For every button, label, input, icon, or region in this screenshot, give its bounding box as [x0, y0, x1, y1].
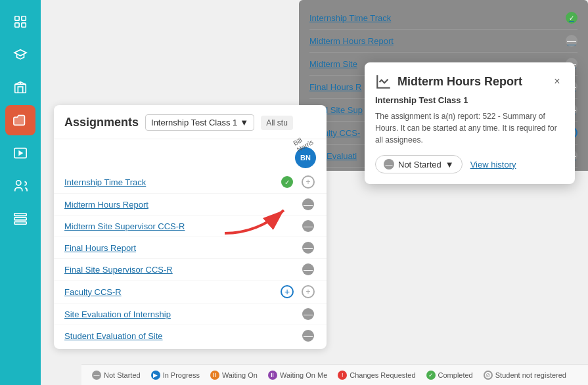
assignment-name[interactable]: Midterm Site Supervisor CCS-R	[64, 221, 295, 231]
avatar-initials: BN	[300, 154, 311, 162]
not-registered-legend-icon: ⊘	[484, 371, 493, 380]
not-started-icon: —	[302, 263, 314, 275]
status-waiting-on: ⏸ Waiting On	[210, 371, 258, 380]
sidebar-item-courses[interactable]	[5, 204, 35, 234]
bg-list-item[interactable]: Internship Time Track ✓	[309, 7, 577, 30]
waiting-on-legend-icon: ⏸	[210, 371, 219, 380]
assignment-name[interactable]: Student Evaluation of Site	[64, 331, 295, 341]
waiting-on-me-legend-label: Waiting On Me	[280, 371, 327, 379]
changes-requested-legend-icon: !	[338, 371, 347, 380]
add-assignee-icon[interactable]: +	[302, 285, 315, 298]
not-started-status-icon: —	[384, 159, 394, 170]
waiting-on-legend-label: Waiting On	[222, 371, 258, 379]
status-changes-requested: ! Changes Requested	[338, 371, 415, 380]
completed-legend-label: Completed	[438, 371, 473, 379]
class-selector-chevron: ▼	[240, 118, 248, 127]
popup-title: Midterm Hours Report	[397, 75, 522, 89]
sidebar	[0, 0, 41, 385]
changes-requested-legend-label: Changes Requested	[350, 371, 415, 379]
status-completed: ✓ Completed	[426, 371, 473, 380]
class-selector[interactable]: Internship Test Class 1 ▼	[145, 114, 254, 131]
status-waiting-on-me: ⏸ Waiting On Me	[268, 371, 327, 380]
popup-close-button[interactable]: ×	[550, 74, 564, 89]
view-history-button[interactable]: View history	[470, 160, 516, 170]
waiting-on-me-legend-icon: ⏸	[268, 371, 277, 380]
not-started-icon: —	[302, 220, 314, 232]
filter-pill[interactable]: All stu	[261, 116, 293, 130]
sidebar-item-media[interactable]	[5, 138, 35, 168]
table-row: Midterm Hours Report —	[54, 194, 327, 215]
svg-rect-7	[14, 214, 26, 216]
not-started-icon: —	[566, 35, 577, 47]
table-row: Final Hours Report —	[54, 237, 327, 259]
bg-item-name: Internship Time Track	[309, 13, 391, 23]
svg-rect-1	[22, 16, 26, 20]
assignments-panel: Assignments Internship Test Class 1 ▼ Al…	[54, 105, 327, 349]
icon-cell: —	[300, 198, 316, 210]
assignment-name[interactable]: Internship Time Track	[64, 177, 274, 187]
not-started-icon: —	[302, 330, 314, 342]
status-not-registered: ⊘ Student not registered	[484, 371, 566, 380]
popup-body: The assignment is a(n) report: 522 - Sum…	[375, 110, 564, 146]
icon-cell: —	[300, 263, 316, 275]
popup-header: Midterm Hours Report ×	[375, 73, 564, 90]
assignment-name[interactable]: Final Site Supervisor CCS-R	[64, 265, 295, 275]
view-history-label: View history	[470, 160, 516, 170]
not-started-icon: —	[302, 242, 314, 254]
popup-modal: Midterm Hours Report × Internship Test C…	[365, 62, 575, 184]
class-selector-label: Internship Test Class 1	[151, 118, 237, 127]
completed-icon: ✓	[281, 176, 293, 188]
bg-item-name: Midterm Site	[309, 59, 357, 69]
not-started-legend-label: Not Started	[104, 371, 141, 379]
popup-actions: — Not Started ▼ View history	[375, 155, 564, 173]
svg-rect-2	[15, 23, 19, 27]
sidebar-item-building[interactable]	[5, 72, 35, 102]
status-bar: — Not Started ▶ In Progress ⏸ Waiting On…	[81, 364, 588, 385]
in-progress-legend-icon: ▶	[151, 371, 160, 380]
column-headers: BillNorris BN	[54, 139, 327, 168]
popup-title-row: Midterm Hours Report	[375, 73, 522, 90]
sidebar-item-assignments[interactable]	[5, 105, 35, 135]
plus-icon[interactable]: +	[281, 285, 294, 298]
status-in-progress: ▶ In Progress	[151, 371, 200, 380]
dropdown-chevron-icon: ▼	[445, 160, 454, 170]
avatar-column: BillNorris BN	[295, 130, 316, 168]
in-progress-legend-label: In Progress	[163, 371, 200, 379]
bg-list-item[interactable]: Midterm Hours Report —	[309, 30, 577, 53]
completed-icon: ✓	[566, 12, 577, 24]
not-started-icon: —	[302, 198, 314, 210]
bg-item-name: Midterm Hours Report	[309, 36, 394, 46]
table-row: Faculty CCS-R + +	[54, 281, 327, 304]
not-started-legend-icon: —	[92, 371, 101, 380]
icon-cell-2: +	[300, 285, 316, 298]
assignment-name[interactable]: Midterm Hours Report	[64, 200, 295, 210]
add-assignee-icon[interactable]: +	[302, 175, 315, 189]
icon-cell: —	[300, 308, 316, 320]
chart-icon	[375, 73, 392, 90]
not-started-icon: —	[302, 308, 314, 320]
not-started-button[interactable]: — Not Started ▼	[375, 155, 463, 173]
completed-legend-icon: ✓	[426, 371, 436, 380]
not-started-label: Not Started	[398, 160, 441, 170]
icon-cell: ✓	[279, 176, 295, 188]
assignment-list: Internship Time Track ✓ + Midterm Hours …	[54, 168, 327, 349]
svg-rect-9	[14, 222, 26, 225]
sidebar-item-dashboard[interactable]	[5, 7, 35, 37]
sidebar-item-learning[interactable]	[5, 39, 35, 70]
table-row: Midterm Site Supervisor CCS-R —	[54, 215, 327, 237]
assignment-name[interactable]: Faculty CCS-R	[64, 287, 274, 297]
icon-cell: +	[279, 285, 295, 298]
assignments-title: Assignments	[64, 116, 139, 129]
svg-rect-8	[14, 217, 26, 220]
table-row: Student Evaluation of Site —	[54, 325, 327, 346]
assignment-name[interactable]: Site Evaluation of Internship	[64, 309, 295, 319]
icon-cell: —	[300, 242, 316, 254]
sidebar-item-users[interactable]	[5, 171, 35, 201]
table-row: Internship Time Track ✓ +	[54, 171, 327, 194]
icon-cell: —	[300, 330, 316, 342]
svg-rect-3	[22, 23, 26, 27]
filter-label: All stu	[266, 118, 288, 127]
assignment-name[interactable]: Final Hours Report	[64, 243, 295, 253]
popup-subtitle: Internship Test Class 1	[375, 95, 564, 105]
icon-cell: —	[300, 220, 316, 232]
